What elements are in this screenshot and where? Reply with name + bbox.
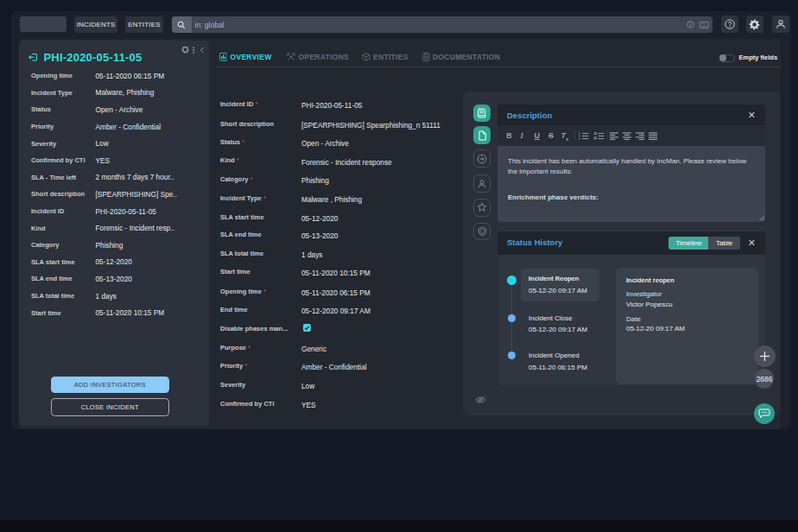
- svg-text:1: 1: [579, 132, 581, 136]
- svg-text:2: 2: [579, 136, 581, 140]
